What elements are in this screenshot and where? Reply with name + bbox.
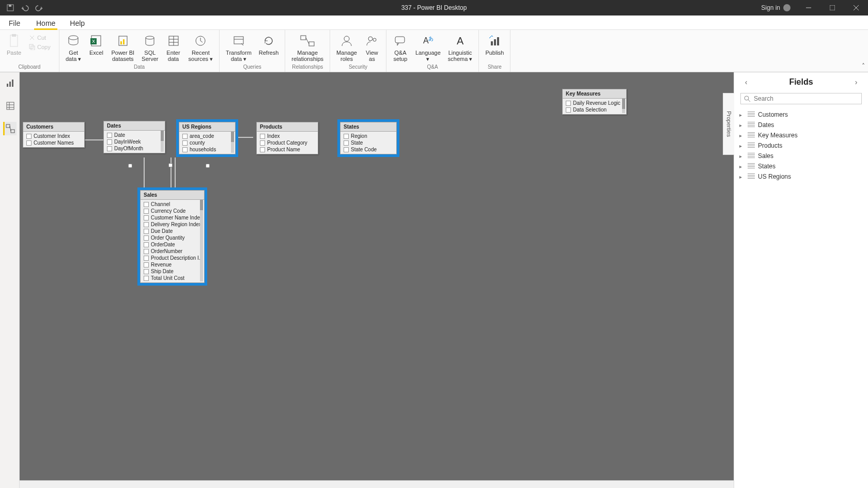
ribbon: Paste Cut Copy Clipboard Get data ▾ XExc… — [0, 30, 868, 72]
table-us-regions[interactable]: US Regions area_code county households — [179, 122, 236, 154]
enter-data-button[interactable]: Enter data — [164, 32, 183, 63]
tab-help[interactable]: Help — [63, 19, 92, 29]
transform-data-button[interactable]: Transform data ▾ — [224, 32, 254, 63]
field-row[interactable]: Daily Revenue Logic — [563, 100, 626, 106]
manage-roles-button[interactable]: Manage roles — [334, 32, 359, 63]
field-row[interactable]: Product Category — [257, 139, 318, 146]
field-row[interactable]: Channel — [141, 201, 204, 208]
field-table-item[interactable]: ▸Sales — [738, 151, 864, 161]
field-row[interactable]: Customer Name Index — [141, 214, 204, 221]
table-dates[interactable]: Dates Date DayInWeek DayOfMonth — [103, 121, 165, 153]
table-states[interactable]: States Region State State Code — [340, 122, 397, 154]
field-row[interactable]: Ship Date — [141, 268, 204, 275]
refresh-button[interactable]: Refresh — [257, 32, 281, 57]
field-row[interactable]: Customer Index — [23, 133, 84, 139]
maximize-button[interactable] — [820, 0, 844, 15]
table-title: US Regions — [182, 124, 211, 130]
report-view-button[interactable] — [3, 76, 17, 90]
linguistic-schema-button[interactable]: ALinguistic schema ▾ — [446, 32, 475, 63]
ribbon-group-data: Get data ▾ XExcel Power BI datasets SQL … — [59, 30, 220, 72]
close-button[interactable] — [844, 0, 868, 15]
collapse-ribbon-icon[interactable]: ˄ — [862, 62, 865, 70]
field-table-item[interactable]: ▸US Regions — [738, 171, 864, 182]
publish-button[interactable]: Publish — [483, 32, 506, 57]
fields-search[interactable] — [740, 93, 862, 104]
field-row[interactable]: State Code — [340, 146, 396, 153]
relationship-line[interactable] — [175, 158, 176, 188]
pbi-datasets-button[interactable]: Power BI datasets — [109, 32, 136, 63]
field-table-item[interactable]: ▸Products — [738, 140, 864, 151]
table-icon — [748, 132, 755, 138]
field-row[interactable]: county — [179, 139, 235, 146]
field-table-item[interactable]: ▸Key Measures — [738, 130, 864, 140]
field-table-item[interactable]: ▸Dates — [738, 120, 864, 130]
model-view-button[interactable] — [3, 122, 17, 135]
field-row[interactable]: State — [340, 139, 396, 146]
field-row[interactable]: Total Unit Cost — [141, 275, 204, 281]
search-input[interactable] — [754, 95, 858, 102]
sql-server-button[interactable]: SQL Server — [140, 32, 160, 63]
table-title: Products — [260, 124, 282, 130]
table-scrollbar[interactable] — [161, 131, 164, 152]
recent-sources-button[interactable]: Recent sources ▾ — [187, 32, 215, 63]
table-scrollbar[interactable] — [200, 200, 203, 281]
avatar-icon — [783, 4, 791, 11]
minimize-button[interactable] — [797, 0, 820, 15]
field-row[interactable]: Index — [257, 133, 318, 139]
field-row[interactable]: Product Name — [257, 146, 318, 153]
data-view-button[interactable] — [3, 99, 17, 113]
field-row[interactable]: OrderNumber — [141, 248, 204, 255]
relationship-line[interactable] — [171, 158, 172, 188]
field-row[interactable]: DayInWeek — [104, 138, 165, 145]
table-customers[interactable]: Customers Customer Index Customer Names — [23, 122, 85, 148]
save-icon[interactable] — [6, 4, 14, 12]
field-table-item[interactable]: ▸States — [738, 161, 864, 171]
table-scrollbar[interactable] — [622, 99, 625, 113]
field-row[interactable]: Product Description I... — [141, 255, 204, 261]
manage-relationships-button[interactable]: Manage relationships — [289, 32, 326, 63]
svg-rect-3 — [830, 5, 835, 10]
redo-icon[interactable] — [35, 4, 43, 12]
svg-rect-26 — [309, 42, 314, 46]
field-row[interactable]: Due Date — [141, 228, 204, 234]
undo-icon[interactable] — [21, 4, 29, 12]
field-row[interactable]: Date — [104, 132, 165, 138]
field-row[interactable]: area_code — [179, 133, 235, 139]
relationship-line[interactable] — [144, 158, 145, 188]
collapse-right-icon[interactable]: › — [851, 78, 861, 86]
signin-link[interactable]: Sign in — [761, 4, 791, 11]
field-row[interactable]: Region — [340, 133, 396, 139]
svg-point-30 — [373, 38, 376, 41]
field-row[interactable]: households — [179, 146, 235, 153]
field-table-item[interactable]: ▸Customers — [738, 109, 864, 120]
field-row[interactable]: Order Quantity — [141, 234, 204, 241]
field-row[interactable]: Delivery Region Index — [141, 221, 204, 228]
tab-file[interactable]: File — [0, 19, 29, 29]
qa-setup-button[interactable]: Q&A setup — [391, 32, 410, 63]
svg-rect-37 — [497, 37, 499, 45]
excel-button[interactable]: XExcel — [86, 32, 106, 57]
table-scrollbar[interactable] — [231, 132, 234, 153]
table-title: Dates — [107, 123, 121, 129]
relationship-end[interactable] — [206, 164, 210, 168]
field-row[interactable]: DayOfMonth — [104, 145, 165, 152]
properties-pane-collapsed[interactable]: Properties — [723, 93, 734, 155]
table-key-measures[interactable]: Key Measures Daily Revenue Logic Data Se… — [562, 89, 627, 115]
relationship-end[interactable] — [168, 163, 173, 167]
relationship-line[interactable] — [238, 137, 253, 138]
language-button[interactable]: AあLanguage ▾ — [413, 32, 443, 63]
table-sales[interactable]: Sales Channel Currency Code Customer Nam… — [140, 190, 205, 283]
field-row[interactable]: Currency Code — [141, 208, 204, 214]
model-canvas[interactable]: Customers Customer Index Customer Names … — [20, 72, 734, 488]
get-data-button[interactable]: Get data ▾ — [64, 32, 83, 63]
tab-home[interactable]: Home — [29, 19, 63, 29]
field-row[interactable]: Data Selection — [563, 106, 626, 113]
view-as-button[interactable]: View as — [362, 32, 382, 63]
field-row[interactable]: OrderDate — [141, 241, 204, 248]
collapse-left-icon[interactable]: ‹ — [741, 78, 751, 86]
fields-pane: Properties ‹ Fields › ▸Customers ▸Dates … — [734, 72, 868, 488]
field-row[interactable]: Revenue — [141, 261, 204, 268]
table-products[interactable]: Products Index Product Category Product … — [256, 122, 318, 154]
field-row[interactable]: Customer Names — [23, 139, 84, 146]
relationship-end[interactable] — [128, 164, 132, 168]
